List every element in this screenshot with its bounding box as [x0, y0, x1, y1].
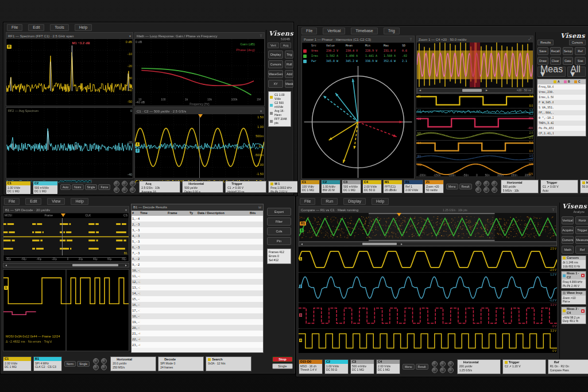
- waveform-lane[interactable]: C3 400 -400: [416, 116, 533, 130]
- status-button[interactable]: Norm: [64, 361, 76, 367]
- channel-badge[interactable]: C2 1.00 A/divBW 20 M: [321, 180, 341, 193]
- table-row[interactable]: 10,-2.7050 ms,Stop,P,—,—: [131, 267, 263, 273]
- table-row[interactable]: 23,-0.5780 ms,Start,S,Addr 0x3A · Read,—: [131, 342, 263, 348]
- channel-chip[interactable]: 2: [299, 285, 302, 288]
- knob[interactable]: [432, 360, 438, 374]
- channel-badge[interactable]: C1 1.00 V/divDC 1 MΩ: [6, 181, 31, 193]
- side-button[interactable]: Roll: [285, 60, 293, 68]
- menu-item[interactable]: Trig: [384, 28, 400, 34]
- bode-canvas[interactable]: [135, 39, 264, 106]
- waveform-lane[interactable]: 2 1.2 V -1.2 V: [299, 272, 557, 302]
- menu-item[interactable]: View: [47, 198, 65, 205]
- status-infobox[interactable]: Decode SPI Mode 024 frames: [158, 356, 204, 371]
- scrollbar-handle[interactable]: [462, 89, 482, 92]
- meas-row[interactable]: Pwr345.8 W345.2 W 338.9 W352.6 W2.1: [303, 59, 413, 64]
- side-button[interactable]: Cursors: [268, 60, 283, 68]
- side-button[interactable]: Clear: [550, 57, 561, 65]
- status-infobox[interactable]: Horizontal 500 μs/divDelay 0.00 s: [182, 181, 223, 193]
- table-row[interactable]: Pk-Pk,651,648,654: [537, 126, 586, 131]
- side-button[interactable]: Mask: [285, 80, 293, 88]
- channel-chip[interactable]: 1: [299, 257, 302, 261]
- run-stop-button[interactable]: Stop: [272, 356, 293, 362]
- waveform-canvas[interactable]: [3, 270, 129, 351]
- close-icon[interactable]: ✕: [581, 274, 585, 277]
- table-row[interactable]: PF,.984,.981,.986: [537, 110, 586, 115]
- table-row[interactable]: 20,-1.0950 ms,Data,D,0x80,8: [131, 325, 263, 331]
- table-row[interactable]: 18,-1.3830 ms,Start,S,Addr 0x3A · Write,…: [131, 313, 263, 319]
- side-button[interactable]: Pin: [267, 237, 291, 245]
- table-row[interactable]: 9,-2.8490 ms,Data,D,0x1F,8: [131, 262, 263, 267]
- pin-icon[interactable]: ⊤: [552, 208, 555, 212]
- menu-item[interactable]: Timebase: [351, 28, 377, 34]
- close-icon[interactable]: ✕: [581, 309, 585, 313]
- side-button[interactable]: Trig: [285, 51, 293, 59]
- table-row[interactable]: 5,-3.5100 ms,Stop,P,—,—: [131, 239, 263, 244]
- side-button[interactable]: Display: [268, 51, 283, 59]
- side-button[interactable]: Cols: [267, 227, 291, 235]
- side-button[interactable]: Setup: [563, 47, 574, 55]
- channel-badge[interactable]: M1 FFT(C1)20 dB/div: [383, 180, 403, 193]
- table-row[interactable]: 8,-2.9930 ms,Data,D,0xA0 · Device ID,8: [131, 256, 263, 262]
- channel-badge[interactable]: R1 Ref 12.00 V/div: [404, 180, 423, 193]
- channel-badge[interactable]: Z1 Zoom ×2050 ns/div: [424, 180, 444, 193]
- zoom-canvas[interactable]: [417, 42, 533, 87]
- knob[interactable]: [130, 180, 136, 193]
- table-row[interactable]: THD%,3.42,3.61,3.18: [537, 121, 586, 126]
- channel-chip[interactable]: 1: [300, 228, 304, 232]
- knob[interactable]: [475, 180, 481, 193]
- side-button[interactable]: Save: [537, 47, 548, 55]
- table-row[interactable]: 6,-3.2810 ms,Start,S,Addr 0x3A · Read,—: [131, 244, 263, 250]
- knob[interactable]: [101, 358, 107, 371]
- knob[interactable]: [492, 180, 497, 193]
- table-row[interactable]: 1,-4.0960 ms,Start,S,Addr 0x3A · Write,—: [131, 216, 263, 222]
- menu-item[interactable]: Help: [71, 198, 88, 205]
- side-tab[interactable]: Vert: [268, 42, 279, 48]
- table-row[interactable]: 16,-1.7560 ms,Data,D,0x20 · Temp LSB,8: [131, 302, 263, 308]
- table-row[interactable]: Vrms,230.2,229.8,231.0: [537, 90, 586, 95]
- status-button[interactable]: Menu: [403, 364, 415, 370]
- menu-item[interactable]: Display: [343, 198, 366, 205]
- menu-item[interactable]: File: [300, 198, 315, 205]
- table-row[interactable]: Freq,50.00,50.00,50.00: [537, 84, 586, 90]
- pin-icon[interactable]: ⊤: [409, 37, 412, 41]
- status-infobox[interactable]: Horizontal 200 μs/div1.25 GS/s: [457, 359, 501, 374]
- channel-badge[interactable]: C4 2.00 V/divDC 50 Ω: [362, 180, 382, 193]
- knob[interactable]: [440, 360, 446, 374]
- status-infobox[interactable]: Meas 50.002 Hz: [580, 180, 588, 193]
- status-button[interactable]: Single: [85, 184, 98, 190]
- channel-badge[interactable]: C1 2.00 V/divDC 1 MΩ: [3, 356, 32, 371]
- side-button[interactable]: Recall: [550, 47, 561, 55]
- result-box[interactable]: Meas 2 · C4 ✕ +Wid 98.2 μsDuty 49.1 %: [561, 306, 586, 324]
- table-row[interactable]: S VA,351.4,347.6,353.8: [537, 105, 586, 110]
- menu-item[interactable]: File: [301, 28, 317, 34]
- status-button[interactable]: Result: [416, 364, 428, 370]
- channel-chip[interactable]: 4: [299, 339, 302, 342]
- side-button[interactable]: Add: [285, 70, 293, 78]
- waveform-lane[interactable]: 4 3.3 V 0 V: [299, 328, 557, 353]
- menu-item[interactable]: Help: [372, 198, 389, 205]
- knob[interactable]: [448, 360, 454, 374]
- bus-canvas[interactable]: [3, 218, 129, 255]
- table-row[interactable]: 14,-2.0440 ms,ReStart,Sr,Addr 0x48 · Rea…: [131, 290, 263, 296]
- side-button[interactable]: Cursors: [562, 236, 574, 244]
- waveform-lane[interactable]: 3 3.3 V 0 V: [299, 302, 557, 328]
- menu-item[interactable]: Vertical: [323, 28, 345, 34]
- channel-badge[interactable]: B1 SPI 4 MHzCLK C2 · CS C3: [33, 356, 62, 371]
- pan-scrollbar[interactable]: ◄ ►: [3, 263, 129, 267]
- side-button[interactable]: Ref: [575, 47, 586, 55]
- meas-row[interactable]: Vrms230.2 V230.4 V 228.9 V231.8 V0.6: [303, 48, 413, 53]
- status-infobox[interactable]: Horizontal 20.0 μs/div250 MS/s: [110, 356, 156, 371]
- side-button[interactable]: Horiz: [575, 216, 588, 224]
- scrollbar-handle[interactable]: [362, 243, 397, 245]
- waveform-lane[interactable]: 1 2.5 V -2.5 V: [299, 246, 557, 272]
- panel-menu-icon[interactable]: ▾: [125, 208, 127, 212]
- status-infobox[interactable]: Trigger C1 ↗ 0.00 VAuto: [540, 180, 578, 193]
- meas-row[interactable]: Irms1.502 A1.498 A 1.441 A1.560 A.02: [303, 53, 413, 59]
- side-tab[interactable]: Acq: [280, 42, 291, 48]
- single-button[interactable]: Single: [272, 363, 293, 369]
- menu-item[interactable]: Edit: [28, 24, 44, 31]
- knob[interactable]: [93, 358, 99, 371]
- ref-level-chip[interactable]: R: [7, 45, 11, 49]
- channel-chip[interactable]: 1: [4, 286, 8, 290]
- filter-dropdown[interactable]: All ▾: [567, 67, 586, 77]
